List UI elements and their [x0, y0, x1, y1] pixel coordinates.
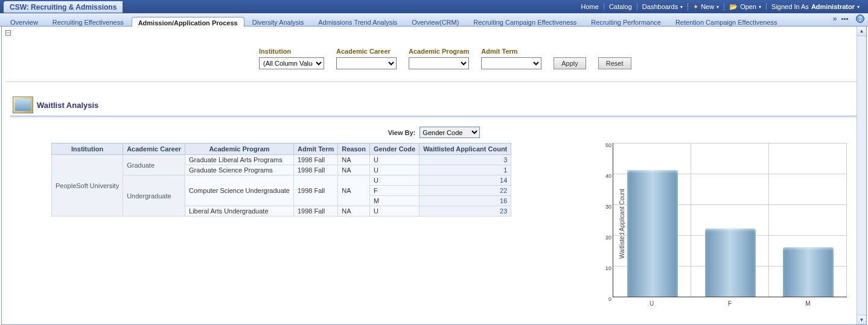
signed-in-user[interactable]: Signed In As Administrator ▾	[766, 3, 864, 10]
chevron-down-icon: ▾	[680, 4, 683, 10]
chevron-down-icon: ▾	[759, 4, 761, 10]
apply-button[interactable]: Apply	[554, 57, 586, 69]
cell-count: 14	[420, 175, 511, 186]
tabs-tools: » ?	[831, 14, 864, 23]
waitlist-chart: Waitlisted Applicant Count 0 10 20 30 40…	[587, 139, 853, 308]
cell-gender: U	[370, 165, 420, 175]
chevron-down-icon: ▾	[857, 4, 860, 10]
divider	[5, 81, 863, 82]
count-link[interactable]: 16	[500, 197, 507, 204]
ytick: 0	[608, 296, 611, 302]
count-link[interactable]: 22	[500, 187, 507, 194]
col-reason: Reason	[338, 144, 370, 155]
col-career: Academic Career	[123, 144, 185, 155]
cell-program: Liberal Arts Undergraduate	[185, 206, 294, 216]
viewby-label: View By:	[388, 129, 416, 136]
cell-term: 1998 Fall	[294, 175, 338, 206]
ytick: 40	[605, 173, 611, 179]
count-link[interactable]: 14	[500, 177, 507, 184]
prompt-filters: Institution (All Column Values) Academic…	[259, 48, 866, 69]
chart-bar[interactable]	[691, 229, 769, 297]
cell-count: 22	[420, 186, 511, 196]
col-institution: Institution	[52, 144, 123, 155]
ytick: 30	[605, 204, 611, 210]
filter-institution: Institution (All Column Values)	[259, 48, 324, 69]
cell-term: 1998 Fall	[294, 165, 338, 175]
nav-home[interactable]: Home	[576, 3, 604, 10]
nav-dashboards[interactable]: Dashboards ▾	[637, 3, 688, 10]
count-link[interactable]: 1	[503, 166, 507, 174]
nav-new[interactable]: ✦ New ▾	[688, 3, 724, 11]
ytick: 20	[605, 235, 611, 241]
col-program: Academic Program	[185, 144, 294, 155]
table-header-row: Institution Academic Career Academic Pro…	[52, 144, 511, 155]
cell-gender: U	[370, 175, 420, 186]
ytick: 50	[605, 142, 611, 148]
viewby-select[interactable]: Gender Code	[420, 127, 480, 138]
chart-bars	[613, 143, 847, 297]
cell-gender: U	[370, 206, 420, 216]
filter-term-label: Admit Term	[481, 48, 541, 55]
filter-program-select[interactable]	[409, 57, 469, 69]
filter-career-select[interactable]	[336, 57, 397, 69]
cell-count: 3	[420, 155, 511, 165]
waitlist-table-wrap: Institution Academic Career Academic Pro…	[51, 143, 511, 308]
chart-bar[interactable]	[769, 247, 847, 297]
cell-count: 23	[420, 206, 511, 216]
page-options-icon[interactable]	[841, 14, 854, 23]
col-gender: Gender Code	[370, 144, 420, 155]
count-link[interactable]: 23	[500, 207, 507, 215]
cell-program: Graduate Science Programs	[185, 165, 294, 175]
section-header: Waitlist Analysis	[13, 96, 866, 113]
vertical-scrollbar[interactable]: ▲ ▼	[857, 27, 866, 324]
scroll-up-arrow[interactable]: ▲	[857, 27, 866, 36]
report-body: Institution Academic Career Academic Pro…	[2, 143, 866, 308]
chevron-down-icon: ▾	[716, 4, 719, 10]
viewby-row: View By: Gender Code	[2, 127, 866, 138]
cell-program: Graduate Liberal Arts Programs	[185, 155, 294, 165]
filter-program: Academic Program	[409, 48, 469, 69]
cell-gender: U	[370, 155, 420, 165]
filter-term-select[interactable]	[481, 57, 541, 69]
filter-institution-select[interactable]: (All Column Values)	[259, 57, 324, 69]
header-links: Home Catalog Dashboards ▾ ✦ New ▾ 📂 Open…	[576, 3, 864, 11]
count-link[interactable]: 3	[503, 156, 507, 163]
dashboard-title: CSW: Recruiting & Admissions	[4, 1, 123, 13]
nav-dashboards-label: Dashboards	[642, 3, 678, 10]
filter-program-label: Academic Program	[409, 48, 469, 55]
cell-reason: NA	[338, 206, 370, 216]
help-icon[interactable]: ?	[856, 14, 864, 23]
collapse-section-icon[interactable]: −	[5, 30, 11, 36]
more-tabs-icon[interactable]: »	[831, 14, 839, 23]
cell-count: 1	[420, 165, 511, 175]
reset-button[interactable]: Reset	[598, 57, 631, 69]
cell-reason: NA	[338, 155, 370, 165]
signed-in-username: Administrator	[811, 3, 855, 10]
dashboard-tab: CSW: Recruiting & Admissions	[4, 1, 576, 13]
cell-gender: F	[370, 186, 420, 196]
cell-career-grad: Graduate	[123, 155, 185, 175]
new-icon: ✦	[693, 3, 698, 11]
cell-gender: M	[370, 196, 420, 206]
section-title: Waitlist Analysis	[37, 101, 98, 110]
chart-xtick: M	[769, 300, 847, 307]
col-count: Waitlisted Applicant Count	[420, 144, 511, 155]
nav-catalog[interactable]: Catalog	[604, 3, 637, 10]
filter-career: Academic Career	[336, 48, 397, 69]
chart-bar[interactable]	[613, 170, 691, 297]
cell-reason: NA	[338, 175, 370, 206]
cell-program: Computer Science Undergraduate	[185, 175, 294, 206]
cell-term: 1998 Fall	[294, 155, 338, 165]
chart-xticks: UFM	[613, 300, 847, 307]
report-icon	[13, 96, 33, 113]
dashboard-tabs: OverviewRecruiting EffectivenessAdmissio…	[0, 13, 868, 27]
nav-open[interactable]: 📂 Open ▾	[724, 3, 766, 11]
folder-open-icon: 📂	[729, 3, 738, 11]
scroll-down-arrow[interactable]: ▼	[857, 315, 866, 324]
nav-open-label: Open	[740, 3, 756, 10]
cell-institution: PeopleSoft University	[52, 155, 123, 216]
col-term: Admit Term	[294, 144, 338, 155]
chart-plot	[613, 143, 847, 297]
table-row: PeopleSoft University Graduate Graduate …	[52, 155, 511, 165]
cell-career-undergrad: Undergraduate	[123, 175, 185, 216]
